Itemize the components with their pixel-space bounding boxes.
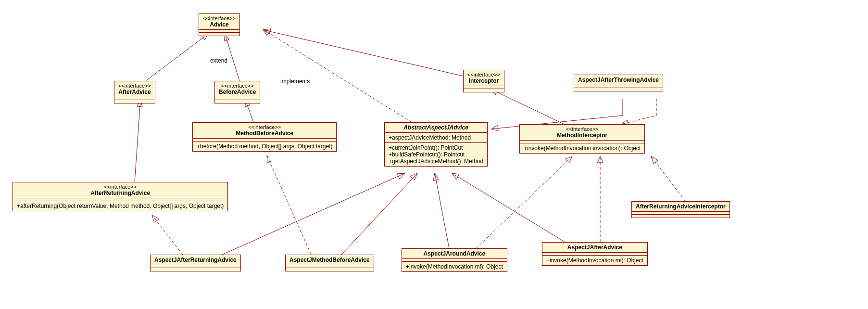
class-name: AfterAdvice (118, 89, 151, 95)
class-name: AfterReturningAdviceInterceptor (636, 203, 726, 210)
svg-marker-5 (263, 29, 271, 34)
class-advice: <<interface>> Advice (199, 13, 240, 36)
class-header: <<interface>> Interceptor (464, 70, 504, 86)
svg-line-26 (435, 173, 449, 248)
methods-section: +invoke(MethodInvocation mi): Object (542, 256, 647, 265)
class-header: <<interface>> BeforeAdvice (215, 81, 260, 97)
svg-line-0 (146, 34, 208, 81)
class-header: AfterReturningAdviceInterceptor (632, 202, 730, 212)
method: +before(Method method, Object[] args, Ob… (197, 143, 332, 150)
methods-section: +invoke(MethodInvocation mi): Object (402, 262, 507, 271)
class-name: BeforeAdvice (219, 89, 256, 95)
class-name: MethodInterceptor (524, 132, 641, 139)
svg-line-22 (267, 155, 311, 255)
stereotype: <<interface>> (203, 15, 236, 21)
svg-marker-31 (452, 173, 459, 180)
method: +invoke(MethodInvocation invocation): Ob… (524, 145, 641, 152)
class-name: AspectJAfterAdvice (546, 244, 643, 251)
class-aspectj-method-before: AspectJMethodBeforeAdvice (285, 255, 374, 271)
attribute: +aspectJAdviceMethod: Method (389, 134, 483, 141)
class-header: AspectJAfterReturningAdvice (151, 255, 240, 265)
svg-marker-25 (410, 173, 417, 180)
class-aspectj-after: AspectJAfterAdvice +invoke(MethodInvocat… (542, 242, 648, 266)
methods-section (574, 88, 663, 91)
class-after-advice: <<interface>> AfterAdvice (114, 81, 155, 103)
label-extend: extend (210, 57, 227, 64)
methods-section (215, 100, 260, 103)
svg-marker-9 (263, 29, 270, 36)
svg-line-4 (263, 30, 463, 76)
class-name: MethodBeforeAdvice (197, 130, 332, 137)
class-before-advice: <<interface>> BeforeAdvice (214, 81, 260, 103)
method: +invoke(MethodInvocation mi): Object (546, 257, 643, 264)
stereotype: <<interface>> (219, 83, 256, 89)
method: +buildSafePointcut(): Pointcut (389, 151, 483, 158)
svg-line-18 (152, 215, 183, 255)
class-header: <<interface>> MethodInterceptor (520, 125, 644, 141)
methods-section: +before(Method method, Object[] args, Ob… (193, 142, 336, 151)
class-name: Advice (203, 21, 236, 28)
class-header: <<interface>> MethodBeforeAdvice (193, 123, 336, 139)
class-name: AspectJAfterReturningAdvice (154, 257, 237, 263)
class-header: <<interface>> AfterAdvice (114, 81, 155, 97)
class-method-interceptor: <<interface>> MethodInterceptor +invoke(… (519, 124, 645, 154)
methods-section (464, 89, 504, 92)
class-name: Interceptor (467, 77, 500, 84)
class-header: AspectJMethodBeforeAdvice (286, 255, 374, 265)
class-abstract-aspectj-advice: AbstractAspectJAdvice +aspectJAdviceMeth… (384, 122, 488, 167)
class-aspectj-after-returning: AspectJAfterReturningAdvice (150, 255, 241, 271)
class-header: AbstractAspectJAdvice (385, 123, 487, 133)
methods-section (151, 268, 240, 271)
class-header: AspectJAfterThrowingAdvice (574, 75, 663, 85)
svg-marker-12 (491, 125, 498, 131)
class-aspectj-around: AspectJAroundAdvice +invoke(MethodInvoca… (402, 248, 507, 272)
methods-section (632, 215, 730, 218)
svg-marker-27 (433, 173, 439, 180)
stereotype: <<interface>> (524, 126, 641, 132)
svg-marker-29 (565, 156, 572, 163)
method: +invoke(MethodInvocation mi): Object (406, 263, 503, 270)
methods-section: +invoke(MethodInvocation invocation): Ob… (520, 143, 644, 153)
class-name: AspectJAroundAdvice (406, 250, 503, 257)
svg-line-30 (452, 173, 565, 242)
class-aspectj-after-throwing: AspectJAfterThrowingAdvice (574, 75, 663, 91)
svg-line-20 (222, 173, 405, 255)
svg-marker-17 (651, 156, 658, 164)
svg-line-10 (491, 89, 564, 124)
class-header: <<interface>> Advice (199, 14, 239, 30)
attributes-section: +aspectJAdviceMethod: Method (385, 133, 487, 143)
method: +currentJoinPoint(): PointCut (389, 144, 483, 151)
label-implements: implements (280, 78, 310, 85)
stereotype: <<interface>> (17, 184, 224, 190)
methods-section: +afterReturning(Object returnValue, Meth… (13, 201, 227, 211)
class-header: AspectJAfterAdvice (542, 243, 647, 253)
class-name: AbstractAspectJAdvice (389, 124, 483, 131)
class-name: AspectJAfterThrowingAdvice (578, 77, 659, 83)
svg-line-14 (135, 100, 140, 182)
methods-section (199, 33, 239, 36)
stereotype: <<interface>> (118, 83, 151, 89)
class-name: AfterReturningAdvice (17, 190, 224, 196)
svg-marker-21 (397, 173, 405, 179)
class-after-returning-interceptor: AfterReturningAdviceInterceptor (631, 201, 730, 218)
methods-section (286, 268, 374, 271)
svg-line-28 (476, 156, 572, 248)
methods-section (114, 100, 155, 103)
svg-line-24 (341, 173, 417, 255)
svg-line-8 (263, 29, 412, 122)
svg-marker-33 (597, 156, 603, 163)
svg-marker-19 (152, 215, 159, 222)
svg-line-16 (651, 156, 685, 201)
method: +getAspectJAdviceMethod(): Method (389, 158, 483, 165)
class-header: AspectJAroundAdvice (402, 249, 507, 259)
stereotype: <<interface>> (197, 124, 332, 130)
class-header: <<interface>> AfterReturningAdvice (13, 182, 227, 198)
method: +afterReturning(Object returnValue, Meth… (17, 203, 224, 209)
svg-marker-23 (267, 155, 272, 163)
class-after-returning-advice: <<interface>> AfterReturningAdvice +afte… (13, 182, 228, 211)
class-name: AspectJMethodBeforeAdvice (289, 257, 370, 263)
class-interceptor: <<interface>> Interceptor (463, 70, 504, 92)
stereotype: <<interface>> (467, 72, 500, 77)
class-method-before-advice: <<interface>> MethodBeforeAdvice +before… (192, 122, 337, 152)
methods-section: +currentJoinPoint(): PointCut +buildSafe… (385, 143, 487, 166)
